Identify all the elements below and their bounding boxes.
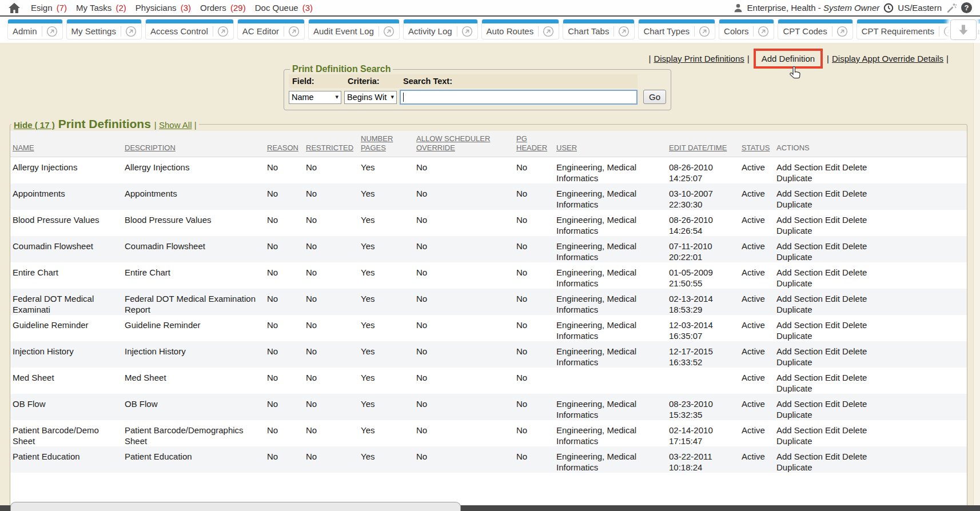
duplicate-action-link[interactable]: Duplicate [776, 199, 812, 209]
open-in-new-icon[interactable] [125, 26, 137, 37]
column-header[interactable]: ALLOW SCHEDULER OVERRIDE [414, 131, 514, 157]
topbar-nav-item[interactable]: Doc Queue (3) [255, 3, 313, 13]
topbar-nav-item[interactable]: My Tasks (2) [76, 3, 126, 13]
edit-action-link[interactable]: Edit [825, 452, 840, 461]
go-button[interactable]: Go [643, 90, 666, 104]
edit-action-link[interactable]: Edit [825, 294, 840, 304]
hide-link[interactable]: Hide ( 17 ) [14, 120, 55, 130]
open-in-new-icon[interactable] [758, 26, 769, 37]
tab-auto-routes[interactable]: Auto Routes [482, 19, 559, 39]
duplicate-action-link[interactable]: Duplicate [776, 173, 812, 183]
add-section-action-link[interactable]: Add Section [776, 373, 823, 382]
duplicate-action-link[interactable]: Duplicate [776, 305, 812, 314]
delete-action-link[interactable]: Delete [842, 294, 867, 304]
tab-activity-log[interactable]: Activity Log [404, 19, 477, 39]
open-in-new-icon[interactable] [618, 26, 630, 37]
edit-action-link[interactable]: Edit [825, 268, 840, 277]
open-in-new-icon[interactable] [383, 26, 395, 37]
topbar-nav-item[interactable]: Physicians (3) [136, 3, 191, 13]
open-in-new-icon[interactable] [699, 26, 710, 37]
edit-action-link[interactable]: Edit [825, 399, 840, 409]
tab-access-control[interactable]: Access Control [146, 19, 233, 39]
duplicate-action-link[interactable]: Duplicate [776, 357, 812, 367]
add-section-action-link[interactable]: Add Section [776, 346, 823, 356]
edit-action-link[interactable]: Edit [825, 215, 840, 225]
open-in-new-icon[interactable] [543, 26, 554, 37]
duplicate-action-link[interactable]: Duplicate [776, 331, 812, 341]
edit-action-link[interactable]: Edit [825, 346, 840, 356]
tab-chart-types[interactable]: Chart Types [639, 19, 715, 39]
delete-action-link[interactable]: Delete [842, 162, 867, 172]
topbar-nav-item[interactable]: Esign (7) [31, 3, 67, 13]
duplicate-action-link[interactable]: Duplicate [776, 226, 812, 235]
edit-action-link[interactable]: Edit [825, 189, 840, 198]
add-section-action-link[interactable]: Add Section [776, 189, 823, 198]
search-text-input[interactable] [400, 90, 638, 105]
open-in-new-icon[interactable] [46, 26, 58, 37]
column-header[interactable]: PG HEADER [514, 131, 554, 157]
home-icon[interactable] [8, 2, 21, 14]
add-section-action-link[interactable]: Add Section [776, 215, 823, 225]
column-header[interactable]: STATUS [739, 131, 774, 157]
display-appt-override-link[interactable]: Display Appt Override Details [832, 54, 943, 63]
duplicate-action-link[interactable]: Duplicate [776, 436, 812, 446]
delete-action-link[interactable]: Delete [842, 215, 867, 225]
topbar-nav-item[interactable]: Orders (29) [200, 3, 246, 13]
open-in-new-icon[interactable] [217, 26, 229, 37]
edit-action-link[interactable]: Edit [825, 320, 840, 330]
column-header[interactable]: NAME [10, 131, 122, 157]
delete-action-link[interactable]: Delete [842, 399, 867, 409]
add-section-action-link[interactable]: Add Section [776, 399, 823, 409]
delete-action-link[interactable]: Delete [842, 189, 867, 198]
delete-action-link[interactable]: Delete [842, 268, 867, 277]
edit-action-link[interactable]: Edit [825, 425, 840, 435]
delete-action-link[interactable]: Delete [842, 452, 867, 461]
show-all-link[interactable]: Show All [159, 120, 192, 130]
edit-action-link[interactable]: Edit [825, 373, 840, 382]
duplicate-action-link[interactable]: Duplicate [776, 410, 812, 420]
delete-action-link[interactable]: Delete [842, 425, 867, 435]
vertical-scrollbar[interactable] [973, 43, 980, 505]
delete-action-link[interactable]: Delete [842, 373, 867, 382]
column-header[interactable]: REASON [265, 131, 304, 157]
column-header[interactable]: DESCRIPTION [122, 131, 265, 157]
field-select[interactable]: Name [289, 91, 341, 104]
add-section-action-link[interactable]: Add Section [776, 425, 823, 435]
add-definition-link[interactable]: Add Definition [762, 54, 815, 63]
open-in-new-icon[interactable] [461, 26, 473, 37]
edit-action-link[interactable]: Edit [825, 241, 840, 251]
tab-ac-editor[interactable]: AC Editor [238, 19, 304, 39]
horizontal-scrollbar-thumb[interactable] [10, 502, 461, 511]
delete-action-link[interactable]: Delete [842, 241, 867, 251]
add-section-action-link[interactable]: Add Section [776, 268, 823, 277]
tab-audit-event-log[interactable]: Audit Event Log [309, 19, 399, 39]
duplicate-action-link[interactable]: Duplicate [776, 384, 812, 393]
delete-action-link[interactable]: Delete [842, 346, 867, 356]
tab-my-settings[interactable]: My Settings [67, 19, 141, 39]
column-header[interactable]: EDIT DATE/TIME [667, 131, 739, 157]
open-in-new-icon[interactable] [836, 26, 848, 37]
tab-cpt-codes[interactable]: CPT Codes [778, 19, 852, 39]
column-header[interactable]: USER [554, 131, 667, 157]
add-section-action-link[interactable]: Add Section [776, 320, 823, 330]
tab-cpt-requirements[interactable]: CPT Requirements [857, 19, 959, 39]
help-icon[interactable]: ? [961, 2, 972, 13]
duplicate-action-link[interactable]: Duplicate [776, 462, 812, 472]
add-section-action-link[interactable]: Add Section [776, 294, 823, 304]
add-section-action-link[interactable]: Add Section [776, 241, 823, 251]
delete-action-link[interactable]: Delete [842, 320, 867, 330]
edit-action-link[interactable]: Edit [825, 162, 840, 172]
more-tabs-button[interactable] [950, 19, 977, 40]
add-section-action-link[interactable]: Add Section [776, 162, 823, 172]
criteria-select[interactable]: Begins With [344, 91, 397, 104]
column-header[interactable]: NUMBER PAGES [358, 131, 414, 157]
wand-icon[interactable] [946, 2, 957, 14]
clock-icon[interactable] [883, 3, 894, 13]
tab-colors[interactable]: Colors [719, 19, 774, 39]
duplicate-action-link[interactable]: Duplicate [776, 278, 812, 288]
duplicate-action-link[interactable]: Duplicate [776, 252, 812, 262]
tab-admin[interactable]: Admin [8, 19, 62, 39]
add-section-action-link[interactable]: Add Section [776, 452, 823, 461]
display-print-definitions-link[interactable]: Display Print Definitions [654, 54, 744, 63]
open-in-new-icon[interactable] [288, 26, 300, 37]
